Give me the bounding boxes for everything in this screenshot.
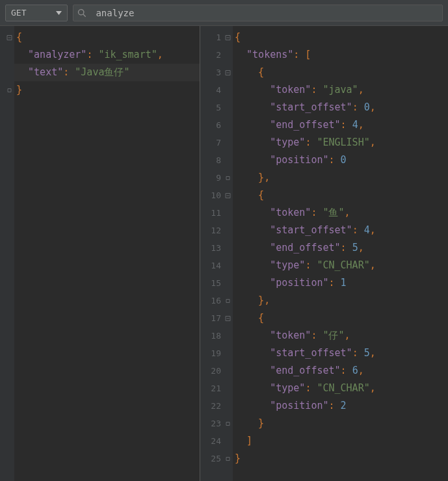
chevron-down-icon	[56, 11, 62, 15]
json-key: "position"	[270, 154, 328, 166]
punc: : [	[293, 49, 311, 60]
line-number: 15	[211, 278, 221, 288]
request-editor[interactable]: { "analyzer": "ik_smart", "text": "Java鱼…	[0, 26, 200, 481]
json-number: 4	[364, 224, 370, 236]
colon: :	[63, 66, 75, 78]
json-string: "ENGLISH"	[317, 136, 369, 148]
fold-toggle-icon[interactable]	[7, 34, 12, 40]
line-number: 17	[211, 313, 221, 323]
http-method-select[interactable]: GET	[5, 5, 68, 21]
json-key: "end_offset"	[270, 365, 340, 376]
json-key: "start_offset"	[270, 347, 352, 359]
colon: :	[329, 277, 341, 289]
request-code[interactable]: { "analyzer": "ik_smart", "text": "Java鱼…	[14, 26, 200, 481]
json-key: "type"	[270, 382, 305, 394]
request-url-input[interactable]	[90, 8, 438, 18]
json-string: "CN_CHAR"	[317, 382, 369, 394]
json-number: 0	[364, 101, 370, 113]
request-toolbar: GET	[0, 0, 448, 26]
comma: ,	[358, 84, 364, 96]
line-number: 20	[211, 366, 221, 376]
brace: }	[235, 417, 264, 429]
fold-toggle-icon[interactable]	[225, 192, 231, 198]
json-key: "token"	[270, 330, 311, 341]
json-key: "position"	[270, 400, 328, 411]
http-method-value: GET	[11, 8, 26, 18]
line-number: 18	[211, 331, 221, 341]
fold-toggle-icon[interactable]	[225, 34, 231, 40]
editor-split: { "analyzer": "ik_smart", "text": "Java鱼…	[0, 26, 448, 481]
json-string: "java"	[323, 84, 358, 96]
line-number: 10	[211, 190, 221, 200]
comma: ,	[345, 207, 350, 218]
response-code[interactable]: { "tokens": [ { "token": "java", "start_…	[233, 26, 448, 481]
json-key: "text"	[28, 66, 63, 78]
line-number: 2	[216, 50, 221, 60]
json-string: "ik_smart"	[98, 49, 157, 60]
colon: :	[305, 382, 317, 394]
json-number: 6	[352, 365, 358, 376]
brace: {	[16, 31, 22, 43]
fold-toggle-icon[interactable]	[225, 298, 231, 304]
json-string: "CN_CHAR"	[317, 259, 369, 271]
fold-toggle-icon[interactable]	[225, 421, 231, 426]
comma: ,	[370, 347, 376, 359]
colon: :	[311, 207, 323, 218]
line-number: 1	[216, 32, 221, 42]
brace: }	[235, 452, 241, 464]
json-number: 5	[364, 347, 370, 359]
colon: :	[311, 84, 323, 96]
line-number: 6	[216, 120, 221, 130]
comma: ,	[358, 119, 364, 131]
json-key: "position"	[270, 277, 328, 289]
line-number: 22	[211, 401, 221, 411]
line-number: 4	[216, 85, 221, 95]
json-key: "token"	[270, 207, 311, 218]
colon: :	[86, 49, 98, 60]
line-number: 12	[211, 226, 221, 235]
line-number: 14	[211, 261, 221, 270]
json-key: "token"	[270, 84, 311, 96]
fold-toggle-icon[interactable]	[225, 456, 231, 462]
fold-toggle-icon[interactable]	[225, 70, 231, 75]
colon: :	[341, 242, 352, 254]
comma: ,	[358, 242, 364, 254]
colon: :	[341, 365, 352, 376]
json-number: 5	[352, 242, 358, 254]
line-number: 5	[216, 103, 221, 112]
line-number: 8	[216, 155, 221, 165]
brace: {	[235, 189, 264, 201]
bracket: ]	[235, 435, 252, 447]
brace: {	[235, 66, 264, 78]
request-url-field[interactable]	[73, 5, 443, 21]
line-number: 9	[216, 173, 221, 183]
line-number: 13	[211, 243, 221, 253]
search-icon	[77, 8, 86, 18]
line-number: 25	[211, 454, 221, 463]
json-number: 1	[341, 277, 347, 289]
fold-toggle-icon[interactable]	[7, 87, 12, 93]
comma: ,	[358, 365, 364, 376]
colon: :	[329, 154, 341, 166]
comma: ,	[370, 382, 376, 394]
colon: :	[352, 347, 364, 359]
json-key: "tokens"	[246, 49, 293, 60]
response-viewer[interactable]: 1 2 3 4 5 6 7 8 9 10 11 12 13 14 15 16 1…	[200, 26, 448, 481]
comma: ,	[345, 330, 350, 341]
colon: :	[352, 224, 364, 236]
brace: {	[235, 312, 264, 324]
fold-toggle-icon[interactable]	[225, 315, 231, 321]
json-key: "start_offset"	[270, 101, 352, 113]
json-key: "type"	[270, 259, 305, 271]
json-string: "仔"	[323, 330, 344, 341]
line-number: 19	[211, 348, 221, 358]
comma: ,	[157, 49, 163, 60]
fold-toggle-icon[interactable]	[225, 175, 231, 181]
comma: ,	[370, 224, 376, 236]
request-gutter	[0, 26, 14, 481]
comma: ,	[370, 101, 376, 113]
response-gutter: 1 2 3 4 5 6 7 8 9 10 11 12 13 14 15 16 1…	[200, 26, 233, 481]
json-key: "end_offset"	[270, 242, 340, 254]
line-number: 24	[211, 436, 221, 446]
line-number: 7	[216, 138, 221, 148]
